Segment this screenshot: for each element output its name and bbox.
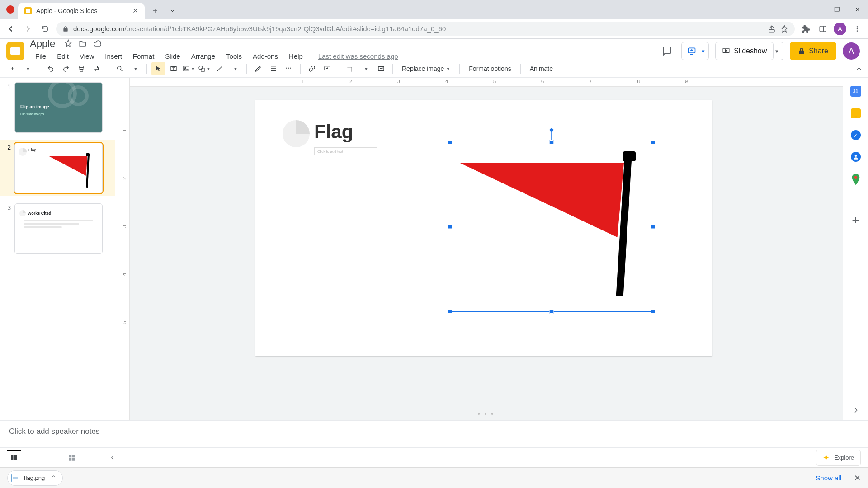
link-button[interactable] <box>305 62 319 75</box>
file-icon <box>11 474 19 482</box>
calendar-addon-icon[interactable] <box>850 86 861 97</box>
side-panel-icon[interactable] <box>816 23 829 35</box>
image-selection-box[interactable] <box>450 142 653 312</box>
keep-addon-icon[interactable] <box>851 108 861 118</box>
undo-button[interactable] <box>44 62 57 75</box>
print-button[interactable] <box>75 62 88 75</box>
slide-scroll-area[interactable]: Flag Click to add text <box>130 87 843 420</box>
get-addons-button[interactable]: + <box>852 213 859 227</box>
side-panel-expand-icon[interactable] <box>852 407 859 414</box>
profile-avatar-button[interactable]: A <box>834 23 846 35</box>
slide-thumbnail-panel[interactable]: 1 Flip an image Flip slide images 2 Flag <box>0 78 120 420</box>
download-filename: flag.png <box>24 474 45 481</box>
select-tool-button[interactable] <box>151 62 165 75</box>
downloads-show-all-link[interactable]: Show all <box>816 474 841 482</box>
star-document-icon[interactable] <box>64 39 72 48</box>
new-tab-button[interactable]: ＋ <box>148 4 162 17</box>
format-options-button[interactable]: Format options <box>464 62 515 75</box>
new-slide-dropdown-icon[interactable]: ▼ <box>21 62 34 75</box>
present-dropdown-icon[interactable]: ▾ <box>702 48 707 55</box>
tab-title: Apple - Google Slides <box>36 7 97 14</box>
new-slide-button[interactable]: ＋ <box>5 62 19 75</box>
window-close-button[interactable]: ✕ <box>847 0 868 19</box>
thumb-row-1[interactable]: 1 Flip an image Flip slide images <box>0 82 115 133</box>
share-page-icon[interactable] <box>768 25 776 33</box>
textbox-tool-button[interactable] <box>167 62 180 75</box>
crop-button[interactable] <box>344 62 357 75</box>
slideshow-play-icon <box>722 47 730 55</box>
tabs-dropdown-button[interactable]: ⌄ <box>162 0 183 19</box>
subtitle-placeholder[interactable]: Click to add text <box>314 147 377 155</box>
border-weight-button[interactable] <box>267 62 280 75</box>
present-button-group: ▾ <box>681 42 709 60</box>
paint-format-button[interactable] <box>90 62 104 75</box>
document-title[interactable]: Apple <box>30 38 55 50</box>
download-chip-menu-icon[interactable]: ⌃ <box>51 474 56 481</box>
comments-button[interactable] <box>659 43 675 59</box>
extensions-icon[interactable] <box>799 23 812 35</box>
tab-close-icon[interactable]: ✕ <box>132 7 138 15</box>
downloads-bar: flag.png ⌃ Show all ✕ <box>0 467 868 488</box>
present-icon-button[interactable] <box>684 47 700 56</box>
border-color-button[interactable] <box>251 62 265 75</box>
slides-logo-icon[interactable] <box>6 42 24 60</box>
downloads-close-button[interactable]: ✕ <box>854 473 861 483</box>
tasks-addon-icon[interactable] <box>851 130 861 140</box>
download-chip-flagpng[interactable]: flag.png ⌃ <box>7 470 63 486</box>
speaker-notes-area[interactable]: Click to add speaker notes <box>0 420 868 447</box>
account-avatar[interactable]: A <box>843 42 860 60</box>
browser-toolbar: docs.google.com/presentation/d/1ebTKA9kP… <box>0 19 868 39</box>
slide-title[interactable]: Flag <box>314 121 353 143</box>
explore-button[interactable]: ✦ Explore <box>816 450 861 466</box>
rotate-handle[interactable] <box>549 128 554 132</box>
zoom-button[interactable] <box>113 62 127 75</box>
slide-thumbnail-2[interactable]: Flag <box>14 143 103 193</box>
slide-canvas-area[interactable]: 1 2 3 4 5 1 2 3 4 5 6 7 8 9 Flag <box>120 78 843 420</box>
window-minimize-button[interactable]: — <box>806 0 826 19</box>
grid-view-button[interactable] <box>65 451 79 465</box>
redo-button[interactable] <box>59 62 73 75</box>
lock-icon <box>798 47 805 55</box>
reset-image-button[interactable] <box>374 62 388 75</box>
comment-button[interactable] <box>321 62 334 75</box>
current-slide[interactable]: Flag Click to add text <box>255 100 712 356</box>
nav-back-button[interactable] <box>5 23 17 35</box>
slide-thumbnail-3[interactable]: Works Cited <box>14 203 103 254</box>
crop-dropdown-icon[interactable]: ▼ <box>359 62 373 75</box>
window-maximize-button[interactable]: ❐ <box>826 0 847 19</box>
bookmark-star-icon[interactable] <box>780 25 788 33</box>
lock-icon <box>62 26 69 32</box>
slideshow-dropdown-button[interactable]: ▾ <box>771 42 783 60</box>
notes-splitter-icon[interactable]: • • • <box>478 410 495 418</box>
nav-forward-button[interactable] <box>22 23 34 35</box>
zoom-dropdown-icon[interactable]: ▼ <box>128 62 142 75</box>
border-dash-button[interactable] <box>282 62 296 75</box>
filmstrip-view-button[interactable] <box>7 450 21 464</box>
move-document-icon[interactable] <box>79 39 87 48</box>
browser-tab-active[interactable]: Apple - Google Slides ✕ <box>18 3 145 19</box>
browser-tab-strip: Apple - Google Slides ✕ ＋ ⌄ — ❐ ✕ <box>0 0 868 19</box>
line-tool-button[interactable] <box>213 62 226 75</box>
svg-line-17 <box>217 66 222 71</box>
line-dropdown-icon[interactable]: ▼ <box>228 62 242 75</box>
maps-addon-icon[interactable] <box>851 174 860 185</box>
address-bar[interactable]: docs.google.com/presentation/d/1ebTKA9kP… <box>56 22 795 36</box>
image-tool-button[interactable]: ▼ <box>182 62 196 75</box>
share-button[interactable]: Share <box>790 42 836 60</box>
url-text: docs.google.com/presentation/d/1ebTKA9kP… <box>73 25 446 33</box>
contacts-addon-icon[interactable] <box>851 152 861 162</box>
flag-image[interactable] <box>450 142 653 311</box>
shape-tool-button[interactable]: ▼ <box>198 62 211 75</box>
nav-reload-button[interactable] <box>39 23 52 35</box>
slideshow-button[interactable]: Slideshow <box>715 42 774 60</box>
cloud-status-icon[interactable] <box>93 39 102 48</box>
thumb-row-3[interactable]: 3 Works Cited <box>0 203 115 254</box>
slide-thumbnail-1[interactable]: Flip an image Flip slide images <box>14 82 103 133</box>
animate-button[interactable]: Animate <box>525 62 557 75</box>
thumb-row-2[interactable]: 2 Flag <box>0 140 115 196</box>
replace-image-button[interactable]: Replace image▼ <box>397 62 455 75</box>
toolbar-collapse-icon[interactable] <box>855 65 863 72</box>
collapse-filmstrip-icon[interactable] <box>109 455 116 461</box>
svg-rect-26 <box>854 116 857 117</box>
chrome-menu-icon[interactable] <box>851 23 863 35</box>
